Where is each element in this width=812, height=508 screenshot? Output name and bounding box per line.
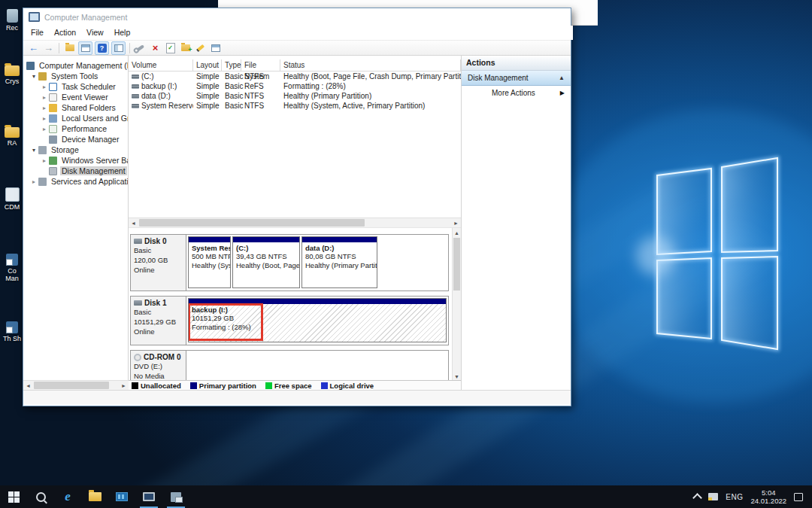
chevron-down-icon[interactable]: ▾ <box>29 73 38 80</box>
tree-item-system-tools[interactable]: ▾System Tools <box>23 71 128 81</box>
menu-action[interactable]: Action <box>49 26 81 40</box>
help-icon[interactable]: ? <box>95 41 109 55</box>
partition-data[interactable]: data (D:) 80,08 GB NTFS Healthy (Primary… <box>301 236 377 288</box>
key-tool-icon[interactable] <box>134 42 147 54</box>
partition-c[interactable]: (C:) 39,43 GB NTFS Healthy (Boot, Page F… <box>232 236 300 288</box>
cdrom-0-label[interactable]: CD-ROM 0 DVD (E:) No Media <box>131 351 186 380</box>
desktop-icon-recycle-bin[interactable]: Rec <box>1 9 23 32</box>
delete-icon[interactable]: × <box>149 42 162 54</box>
scroll-right-icon[interactable]: ► <box>451 218 461 227</box>
scrollbar-thumb[interactable] <box>139 219 365 227</box>
tree-item-computer-management[interactable]: Computer Management (Local) <box>23 60 128 71</box>
tree-item-windows-server-backup[interactable]: ▸Windows Server Backup <box>23 155 128 166</box>
disk-0-label[interactable]: Disk 0 Basic 120,00 GB Online <box>131 235 186 291</box>
column-header-status[interactable]: Status <box>280 59 461 71</box>
computer-management-icon <box>143 492 155 501</box>
forward-icon[interactable]: → <box>42 42 55 54</box>
volume-row-c[interactable]: (C:) Simple Basic NTFS Healthy (Boot, Pa… <box>129 71 461 81</box>
collapse-icon[interactable]: ▲ <box>559 75 565 81</box>
disk-management-pane: Volume Layout Type File System Status (C… <box>129 56 461 390</box>
tree-item-task-scheduler[interactable]: ▸Task Scheduler <box>23 81 128 92</box>
edit-icon[interactable] <box>194 42 207 54</box>
tray-expand-icon[interactable] <box>692 493 702 503</box>
partition-system-reserved[interactable]: System Reserved 500 MB NTFS Healthy (Sys… <box>188 236 231 288</box>
check-document-icon[interactable]: ✓ <box>164 42 177 54</box>
system-tray: ENG 5:04 24.01.2022 <box>694 488 812 505</box>
legend-color-swatch <box>321 382 328 389</box>
search-icon <box>36 492 46 502</box>
chevron-right-icon[interactable]: ▸ <box>40 157 49 164</box>
tree-item-event-viewer[interactable]: ▸Event Viewer <box>23 92 128 102</box>
disk-1-label[interactable]: Disk 1 Basic 10151,29 GB Online <box>131 297 186 345</box>
scroll-left-icon[interactable]: ◄ <box>23 381 33 390</box>
performance-icon <box>49 125 57 133</box>
taskbar-clock[interactable]: 5:04 24.01.2022 <box>750 488 786 505</box>
menu-view[interactable]: View <box>81 26 109 40</box>
chevron-right-icon[interactable]: ▸ <box>40 84 49 90</box>
disk-view-vertical-scrollbar[interactable]: ▲ ▼ <box>452 228 461 380</box>
tree-item-local-users-groups[interactable]: ▸Local Users and Groups <box>23 113 128 123</box>
internet-explorer-button[interactable]: e <box>54 485 81 508</box>
taskbar: e ENG 5:04 24.01.2022 <box>0 485 812 508</box>
volume-row-backup[interactable]: backup (I:) Simple Basic ReFS Formatting… <box>129 81 461 91</box>
menu-help[interactable]: Help <box>109 26 136 40</box>
export-list-icon[interactable] <box>63 42 76 54</box>
tree-item-storage[interactable]: ▾Storage <box>23 144 128 155</box>
tree-item-disk-management[interactable]: Disk Management <box>23 166 128 176</box>
chevron-right-icon[interactable]: ▸ <box>40 94 49 101</box>
console-window-icon[interactable] <box>78 41 92 55</box>
desktop-icon-label: Rec <box>1 24 23 32</box>
desktop-icon-cdm[interactable]: CDM <box>1 187 23 211</box>
network-tray-icon[interactable] <box>708 493 718 500</box>
show-console-tree-icon[interactable] <box>111 41 126 55</box>
legend-logical-drive: Logical drive <box>321 382 374 390</box>
volume-row-data[interactable]: data (D:) Simple Basic NTFS Healthy (Pri… <box>129 91 461 101</box>
language-indicator[interactable]: ENG <box>726 493 743 501</box>
desktop-icon-computer-management[interactable]: Co Man <box>1 254 23 282</box>
tree-item-device-manager[interactable]: Device Manager <box>23 134 128 144</box>
volume-row-system-reserved[interactable]: System Reserved Simple Basic NTFS Health… <box>129 101 461 111</box>
chevron-down-icon[interactable]: ▾ <box>29 147 38 154</box>
start-button[interactable] <box>0 485 27 508</box>
computer-management-task-button[interactable] <box>135 485 162 508</box>
services-icon <box>38 178 47 186</box>
column-header-type[interactable]: Type <box>222 59 241 71</box>
actions-group-disk-management[interactable]: Disk Management ▲ <box>462 71 571 86</box>
primary-partition-bar <box>233 237 299 242</box>
chevron-right-icon[interactable]: ▸ <box>40 126 49 132</box>
column-header-layout[interactable]: Layout <box>193 59 222 71</box>
notification-center-icon[interactable] <box>794 493 803 501</box>
server-manager-button[interactable] <box>108 485 135 508</box>
scroll-left-icon[interactable]: ◄ <box>129 218 138 227</box>
scroll-up-icon[interactable]: ▲ <box>453 228 461 237</box>
add-folder-icon[interactable]: + <box>179 42 192 54</box>
column-header-volume[interactable]: Volume <box>129 59 193 71</box>
chevron-right-icon[interactable]: ▸ <box>40 115 49 122</box>
scroll-right-icon[interactable]: ► <box>119 381 129 390</box>
title-bar[interactable]: Computer Management <box>23 8 571 26</box>
disk-tool-task-button[interactable] <box>162 485 189 508</box>
back-icon[interactable]: ← <box>27 42 40 54</box>
scrollbar-thumb[interactable] <box>34 382 109 389</box>
tree-item-performance[interactable]: ▸Performance <box>23 123 128 134</box>
partition-backup-formatting[interactable]: backup (I:) 10151,29 GB Formatting : (28… <box>188 298 447 342</box>
properties-icon[interactable] <box>209 42 222 54</box>
desktop-icon-ra[interactable]: RA <box>1 127 23 147</box>
tree-item-services-applications[interactable]: ▸Services and Applications <box>23 176 128 187</box>
chevron-right-icon[interactable]: ▸ <box>40 105 49 111</box>
desktop-icon-shortcut[interactable]: Th Sh <box>1 321 23 342</box>
tree-item-shared-folders[interactable]: ▸Shared Folders <box>23 102 128 113</box>
volume-list-horizontal-scrollbar[interactable]: ◄ ► <box>129 217 461 227</box>
search-button[interactable] <box>27 485 54 508</box>
column-header-filesystem[interactable]: File System <box>241 59 280 71</box>
scroll-down-icon[interactable]: ▼ <box>453 372 461 380</box>
legend-free-space: Free space <box>265 382 312 390</box>
menu-file[interactable]: File <box>26 26 49 40</box>
tree-horizontal-scrollbar[interactable]: ◄ ► <box>23 380 129 390</box>
desktop-icon-crystal[interactable]: Crys <box>1 65 23 85</box>
file-explorer-button[interactable] <box>81 485 108 508</box>
more-actions-item[interactable]: More Actions ▶ <box>462 86 571 99</box>
date: 24.01.2022 <box>750 497 786 505</box>
chevron-right-icon[interactable]: ▸ <box>29 178 38 185</box>
scrollbar-thumb[interactable] <box>453 238 460 291</box>
